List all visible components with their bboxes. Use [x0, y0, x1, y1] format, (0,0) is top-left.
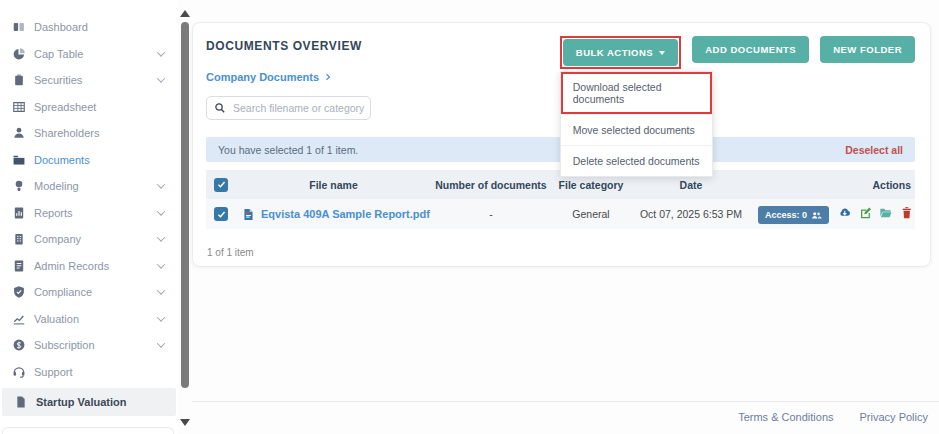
- company-icon: [12, 232, 26, 246]
- file-icon: [14, 395, 28, 409]
- sidebar-item-label: Shareholders: [34, 127, 99, 139]
- bulk-actions-highlight-box: BULK ACTIONS Download selected documents…: [560, 36, 681, 69]
- sidebar-scrollbar[interactable]: [179, 8, 191, 428]
- download-icon: [838, 206, 852, 220]
- scroll-down-icon[interactable]: [180, 419, 190, 426]
- search-box: [206, 96, 371, 120]
- chevron-right-icon: [324, 73, 332, 81]
- menu-item-move-selected-documents[interactable]: Move selected documents: [561, 115, 712, 146]
- sidebar-item-valuation[interactable]: Valuation: [0, 306, 178, 333]
- actions-cell: [836, 205, 915, 223]
- delete-icon: [900, 206, 914, 220]
- sidebar-item-shareholders[interactable]: Shareholders: [0, 120, 178, 147]
- header-buttons: BULK ACTIONS Download selected documents…: [560, 36, 915, 69]
- menu-item-delete-selected-documents[interactable]: Delete selected documents: [561, 146, 712, 176]
- search-icon: [214, 102, 226, 114]
- footer-link-terms-conditions[interactable]: Terms & Conditions: [738, 411, 833, 423]
- breadcrumb-label: Company Documents: [206, 71, 319, 83]
- sidebar-item-modeling[interactable]: Modeling: [0, 173, 178, 200]
- access-cell: Access: 0: [751, 204, 836, 224]
- sidebar-item-label: Cap Table: [34, 48, 83, 60]
- bulk-actions-menu: Download selected documentsMove selected…: [560, 71, 713, 177]
- sidebar-item-label: Valuation: [34, 313, 79, 325]
- chevron-down-icon: [157, 287, 165, 295]
- sidebar-item-securities[interactable]: Securities: [0, 67, 178, 94]
- chevron-down-icon: [157, 75, 165, 83]
- shareholders-icon: [12, 126, 26, 140]
- sidebar-item-startup-valuation[interactable]: Startup Valuation: [2, 388, 176, 416]
- breadcrumb[interactable]: Company Documents: [206, 71, 332, 83]
- dashboard-icon: [12, 20, 26, 34]
- sidebar-item-label: Reports: [34, 207, 73, 219]
- reports-icon: [12, 206, 26, 220]
- footer-link-privacy-policy[interactable]: Privacy Policy: [860, 411, 928, 423]
- sidebar-item-label: Modeling: [34, 180, 79, 192]
- download-button[interactable]: [838, 205, 852, 223]
- page-title: DOCUMENTS OVERVIEW: [206, 39, 362, 53]
- file-category-cell: General: [551, 208, 631, 220]
- sidebar-item-dashboard[interactable]: Dashboard: [0, 14, 178, 41]
- sidebar-item-documents[interactable]: Documents: [0, 147, 178, 174]
- sidebar-item-admin-records[interactable]: Admin Records: [0, 253, 178, 280]
- sidebar-item-reports[interactable]: Reports: [0, 200, 178, 227]
- sidebar-item-compliance[interactable]: Compliance: [0, 279, 178, 306]
- row-checkbox[interactable]: [214, 207, 228, 221]
- header-select-cell: [206, 178, 236, 192]
- table-row: Eqvista 409A Sample Report.pdf-GeneralOc…: [206, 199, 915, 229]
- sidebar-item-support[interactable]: Support: [0, 359, 178, 386]
- scroll-up-icon[interactable]: [180, 10, 190, 17]
- edit-button[interactable]: [859, 205, 873, 223]
- chevron-down-icon: [157, 181, 165, 189]
- chevron-down-icon: [157, 234, 165, 242]
- access-badge[interactable]: Access: 0: [758, 206, 829, 224]
- column-header-date: Date: [631, 179, 751, 191]
- documents-overview-card: DOCUMENTS OVERVIEW BULK ACTIONS Download…: [192, 22, 931, 267]
- number-of-documents-cell: -: [431, 208, 551, 220]
- sidebar-item-company[interactable]: Company: [0, 226, 178, 253]
- sidebar-item-label: Dashboard: [34, 21, 88, 33]
- selection-message: You have selected 1 of 1 item.: [218, 144, 358, 156]
- sidebar: DashboardCap TableSecuritiesSpreadsheetS…: [0, 0, 178, 434]
- file-name-link[interactable]: Eqvista 409A Sample Report.pdf: [261, 208, 430, 220]
- menu-item-download-selected-documents[interactable]: Download selected documents: [561, 72, 712, 115]
- bulk-actions-button[interactable]: BULK ACTIONS: [563, 39, 678, 66]
- documents-icon: [12, 153, 26, 167]
- sidebar-item-label: Compliance: [34, 286, 92, 298]
- chevron-down-icon: [157, 260, 165, 268]
- modeling-icon: [12, 179, 26, 193]
- sidebar-item-label: Company: [34, 233, 81, 245]
- sidebar-item-label: Support: [34, 366, 73, 378]
- column-header-file_category: File category: [551, 179, 631, 191]
- sidebar-item-label: Startup Valuation: [36, 396, 126, 408]
- chevron-down-icon: [157, 313, 165, 321]
- sidebar-item-label: Subscription: [34, 339, 95, 351]
- securities-icon: [12, 73, 26, 87]
- new-folder-button[interactable]: NEW FOLDER: [820, 36, 915, 63]
- row-select-cell: [206, 207, 236, 221]
- check-icon: [217, 210, 226, 219]
- compliance-icon: [12, 285, 26, 299]
- sidebar-item-subscription[interactable]: Subscription: [0, 332, 178, 359]
- users-icon: [811, 210, 822, 221]
- sidebar-item-label: Admin Records: [34, 260, 109, 272]
- delete-button[interactable]: [900, 205, 914, 223]
- valuation-icon: [12, 312, 26, 326]
- scrollbar-thumb[interactable]: [181, 22, 189, 388]
- documents-table: File nameNumber of documentsFile categor…: [206, 170, 915, 229]
- column-header-actions: Actions: [836, 179, 915, 191]
- chevron-down-icon: [157, 340, 165, 348]
- caret-down-icon: [659, 51, 665, 55]
- move-to-folder-button[interactable]: [879, 205, 893, 223]
- date-cell: Oct 07, 2025 6:53 PM: [631, 208, 751, 220]
- support-icon: [12, 365, 26, 379]
- select-all-checkbox[interactable]: [214, 178, 228, 192]
- sidebar-item-spreadsheet[interactable]: Spreadsheet: [0, 94, 178, 121]
- search-input[interactable]: [206, 96, 371, 120]
- sidebar-item-label: Spreadsheet: [34, 101, 96, 113]
- deselect-all-link[interactable]: Deselect all: [845, 144, 903, 156]
- sidebar-item-cap-table[interactable]: Cap Table: [0, 41, 178, 68]
- chevron-down-icon: [157, 48, 165, 56]
- add-documents-button[interactable]: ADD DOCUMENTS: [692, 36, 809, 63]
- sidebar-item-label: Documents: [34, 154, 90, 166]
- chevron-down-icon: [157, 207, 165, 215]
